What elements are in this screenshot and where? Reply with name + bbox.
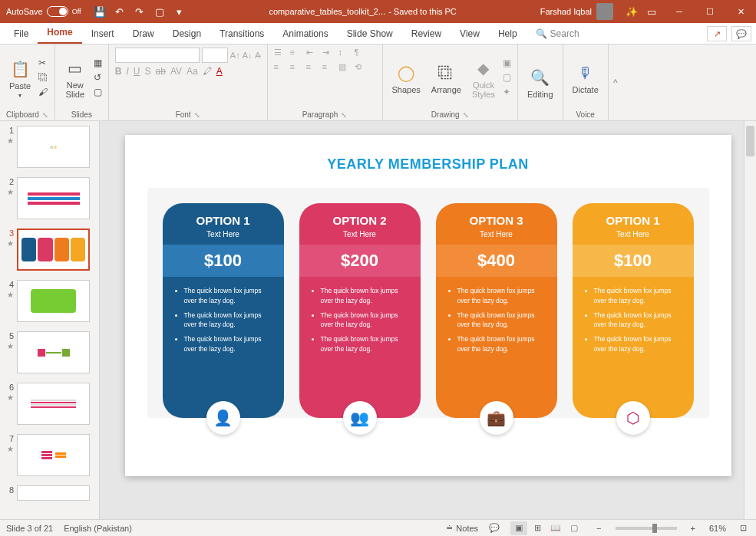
textdir-icon[interactable]: ¶ — [355, 48, 368, 58]
avatar-icon[interactable] — [596, 3, 613, 20]
language-indicator[interactable]: English (Pakistan) — [64, 524, 132, 533]
undo-icon[interactable]: ↶ — [114, 5, 126, 18]
font-family-input[interactable] — [115, 48, 200, 63]
sorter-view-icon[interactable]: ⊞ — [529, 521, 546, 535]
shape-fill-icon[interactable]: ▣ — [503, 58, 511, 70]
tab-transitions[interactable]: Transitions — [210, 24, 273, 44]
scrollbar-thumb[interactable] — [746, 126, 754, 156]
shapes-button[interactable]: ◯ Shapes — [389, 61, 424, 96]
reading-view-icon[interactable]: 📖 — [547, 521, 564, 535]
normal-view-icon[interactable]: ▣ — [510, 521, 527, 535]
numbering-icon[interactable]: ≡ — [290, 48, 304, 58]
zoom-out-button[interactable]: − — [593, 524, 604, 533]
paste-button[interactable]: 📋 Paste ▾ — [6, 57, 34, 100]
tab-view[interactable]: View — [451, 24, 489, 44]
smartart-icon[interactable]: ⟲ — [355, 62, 368, 72]
indent-left-icon[interactable]: ⇤ — [306, 48, 320, 58]
cut-icon[interactable]: ✂ — [38, 58, 48, 70]
font-launcher-icon[interactable]: ⤡ — [194, 111, 200, 119]
quick-styles-button[interactable]: ◆ Quick Styles — [469, 56, 498, 100]
display-options-icon[interactable]: ▭ — [645, 5, 658, 18]
bullets-icon[interactable]: ☰ — [274, 48, 288, 58]
strike-button[interactable]: ab — [156, 66, 166, 77]
zoom-slider[interactable] — [616, 527, 677, 530]
zoom-level[interactable]: 61% — [709, 524, 726, 533]
autosave-toggle[interactable]: AutoSave Off — [0, 6, 87, 17]
pricing-card-3[interactable]: OPTION 3 Text Here $400 The quick brown … — [436, 203, 557, 418]
thumbnail-1[interactable]: 1★ ⟲⟳ — [0, 121, 99, 173]
zoom-handle[interactable] — [652, 524, 657, 533]
justify-icon[interactable]: ≡ — [322, 62, 336, 72]
shape-effects-icon[interactable]: ✦ — [503, 87, 511, 99]
minimize-button[interactable]: ─ — [664, 0, 695, 23]
spacing-button[interactable]: AV — [170, 66, 182, 77]
reset-icon[interactable]: ↺ — [94, 72, 102, 84]
tab-design[interactable]: Design — [163, 24, 210, 44]
increase-font-icon[interactable]: A↑ — [230, 51, 240, 60]
tab-slideshow[interactable]: Slide Show — [338, 24, 402, 44]
thumbnail-2[interactable]: 2★ — [0, 173, 99, 224]
drawing-launcher-icon[interactable]: ⤡ — [463, 111, 469, 119]
align-left-icon[interactable]: ≡ — [274, 62, 288, 72]
decrease-font-icon[interactable]: A↓ — [243, 51, 253, 60]
font-color-icon[interactable]: A — [216, 66, 223, 77]
clear-format-icon[interactable]: A̶ — [255, 51, 261, 61]
thumbnail-7[interactable]: 7★ — [0, 429, 99, 481]
comments-button[interactable]: 💬 — [731, 26, 751, 41]
save-icon[interactable]: 💾 — [94, 5, 106, 18]
editing-button[interactable]: 🔍 Editing — [524, 65, 556, 100]
user-area[interactable]: Farshad Iqbal — [534, 3, 619, 20]
close-button[interactable]: ✕ — [725, 0, 756, 23]
thumbnail-4[interactable]: 4★ — [0, 275, 99, 327]
columns-icon[interactable]: ▥ — [338, 62, 352, 72]
case-button[interactable]: Aa — [187, 66, 198, 77]
thumbnail-6[interactable]: 6★ — [0, 378, 99, 429]
dictate-button[interactable]: 🎙 Dictate — [569, 61, 602, 96]
qat-dropdown-icon[interactable]: ▾ — [173, 5, 186, 18]
tab-animations[interactable]: Animations — [273, 24, 337, 44]
slide-canvas[interactable]: YEARLY MEMBERSHIP PLAN OPTION 1 Text Her… — [100, 121, 756, 519]
tab-help[interactable]: Help — [489, 24, 527, 44]
linespacing-icon[interactable]: ↕ — [338, 48, 352, 58]
thumbnail-8[interactable]: 8 — [0, 481, 99, 505]
slideshow-start-icon[interactable]: ▢ — [154, 5, 166, 18]
tab-file[interactable]: File — [5, 24, 38, 44]
tell-me-search[interactable]: 🔍 Search — [527, 24, 589, 44]
indent-right-icon[interactable]: ⇥ — [322, 48, 336, 58]
tab-home[interactable]: Home — [38, 22, 81, 44]
underline-button[interactable]: U — [134, 66, 140, 77]
slideshow-view-icon[interactable]: ▢ — [566, 521, 583, 535]
pricing-card-2[interactable]: OPTION 2 Text Here $200 The quick brown … — [299, 203, 421, 418]
vertical-scrollbar[interactable] — [744, 121, 756, 519]
align-right-icon[interactable]: ≡ — [306, 62, 320, 72]
collapse-ribbon-icon[interactable]: ^ — [609, 44, 622, 120]
slide-thumbnails-panel[interactable]: 1★ ⟲⟳ 2★ 3★ 4★ 5★ 6★ 7★ 8 — [0, 121, 100, 519]
pricing-card-4[interactable]: OPTION 1 Text Here $100 The quick brown … — [573, 203, 694, 418]
toggle-switch[interactable] — [47, 6, 68, 17]
italic-button[interactable]: I — [126, 66, 128, 77]
pricing-card-1[interactable]: OPTION 1 Text Here $100 The quick brown … — [163, 203, 284, 418]
section-icon[interactable]: ▢ — [94, 87, 102, 99]
thumbnail-5[interactable]: 5★ — [0, 327, 99, 378]
rocket-icon[interactable]: ✨ — [626, 5, 638, 18]
tab-insert[interactable]: Insert — [82, 24, 124, 44]
redo-icon[interactable]: ↷ — [134, 5, 146, 18]
fit-window-icon[interactable]: ⊡ — [737, 523, 750, 533]
copy-icon[interactable]: ⿻ — [38, 72, 48, 84]
highlight-icon[interactable]: 🖍 — [203, 66, 212, 77]
slide-counter[interactable]: Slide 3 of 21 — [6, 524, 53, 533]
thumbnail-3[interactable]: 3★ — [0, 224, 99, 275]
slide-content[interactable]: YEARLY MEMBERSHIP PLAN OPTION 1 Text Her… — [125, 135, 731, 476]
shadow-button[interactable]: S — [145, 66, 151, 77]
tab-draw[interactable]: Draw — [124, 24, 163, 44]
font-size-input[interactable] — [202, 48, 228, 63]
arrange-button[interactable]: ⿻ Arrange — [428, 61, 464, 96]
notes-button[interactable]: ≐Notes — [446, 523, 478, 533]
bold-button[interactable]: B — [115, 66, 122, 77]
slide-title[interactable]: YEARLY MEMBERSHIP PLAN — [327, 156, 529, 173]
tab-review[interactable]: Review — [402, 24, 451, 44]
zoom-in-button[interactable]: + — [688, 524, 698, 533]
paragraph-launcher-icon[interactable]: ⤡ — [341, 111, 347, 119]
shape-outline-icon[interactable]: ▢ — [503, 72, 511, 84]
comments-status-button[interactable]: 💬 — [489, 523, 500, 533]
